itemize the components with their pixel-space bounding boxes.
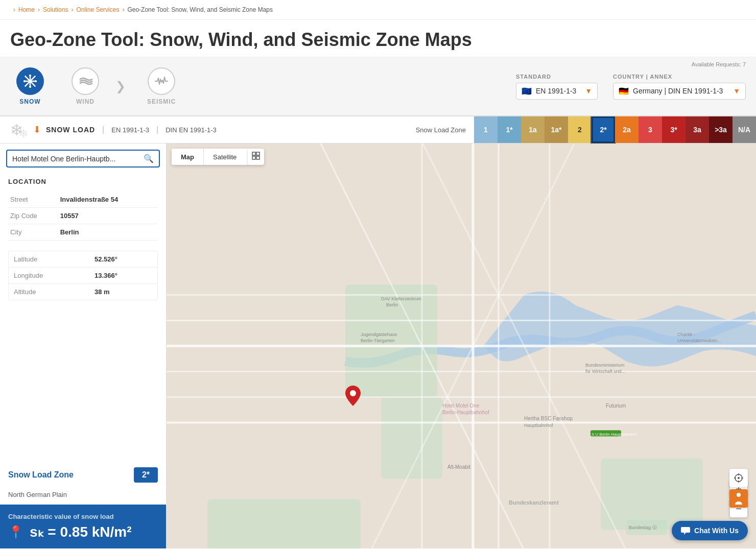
svg-point-57 bbox=[737, 493, 741, 497]
tab-snow[interactable]: SNOW bbox=[10, 63, 50, 109]
snow-tab-label: SNOW bbox=[19, 98, 40, 105]
svg-text:Charité -: Charité - bbox=[677, 332, 695, 337]
snow-load-card: Characteristic value of snow load 📍 sₖ =… bbox=[0, 505, 166, 548]
svg-text:S U Berlin Hauptbahnhof: S U Berlin Hauptbahnhof bbox=[592, 432, 637, 437]
svg-text:DAV Kletterzentrum: DAV Kletterzentrum bbox=[381, 296, 421, 301]
zone-bar-left: ❄ ❄ ⬇ SNOW LOAD | EN 1991-1-3 | DIN EN 1… bbox=[0, 119, 332, 140]
chat-button[interactable]: Chat With Us bbox=[672, 521, 748, 540]
zone-btn-1a[interactable]: 1a bbox=[521, 116, 545, 143]
breadcrumb-online-services[interactable]: Online Services bbox=[76, 6, 119, 13]
tab-seismic[interactable]: SEISMIC bbox=[141, 63, 182, 109]
zone-bar-snow-label: SNOW LOAD bbox=[46, 126, 95, 134]
svg-text:Berlin: Berlin bbox=[386, 302, 398, 307]
zone-bar-sep-2: | bbox=[156, 125, 158, 134]
standard-label: STANDARD bbox=[516, 74, 598, 80]
country-value: Germany | DIN EN 1991-1-3 bbox=[633, 87, 729, 95]
tool-arrow: ❯ bbox=[115, 79, 126, 93]
svg-rect-49 bbox=[252, 156, 255, 159]
snow-load-card-value: 📍 sₖ = 0.85 kN/m² bbox=[8, 523, 158, 540]
search-input[interactable] bbox=[12, 155, 139, 163]
tab-wind[interactable]: WIND bbox=[65, 63, 105, 109]
location-city-row: City Berlin bbox=[8, 224, 158, 241]
coords-box: Latitude 52.526° Longitude 13.366° Altit… bbox=[8, 251, 158, 300]
tool-selector-bar: SNOW WIND ❯ SEISMIC bbox=[0, 57, 756, 116]
lat-value: 52.526° bbox=[89, 251, 157, 268]
map-target-button[interactable] bbox=[729, 469, 748, 487]
svg-text:Bundesministerium: Bundesministerium bbox=[585, 363, 625, 368]
snowflake-decorative-2: ❄ bbox=[19, 127, 28, 140]
lon-row: Longitude 13.366° bbox=[9, 268, 157, 284]
map-tab-map[interactable]: Map bbox=[172, 149, 203, 165]
down-arrow-icon: ⬇ bbox=[33, 124, 41, 135]
country-dropdown-arrow: ▼ bbox=[733, 87, 740, 95]
country-selector-group: COUNTRY | ANNEX 🇩🇪 Germany | DIN EN 1991… bbox=[613, 74, 746, 100]
svg-text:Hauptbahnhof: Hauptbahnhof bbox=[524, 423, 553, 428]
standard-selector-group: STANDARD 🇪🇺 EN 1991-1-3 ▼ bbox=[516, 74, 598, 100]
svg-text:Berlin-Tiergarten: Berlin-Tiergarten bbox=[361, 338, 395, 343]
standard-value: EN 1991-1-3 bbox=[536, 87, 581, 95]
zone-btn-1[interactable]: 1 bbox=[474, 116, 498, 143]
zone-bar-sep-1: | bbox=[102, 125, 104, 134]
svg-rect-11 bbox=[381, 397, 442, 479]
svg-text:Berlin-Hauptbahnhof: Berlin-Hauptbahnhof bbox=[442, 410, 489, 415]
svg-point-7 bbox=[23, 80, 26, 82]
page-title-bar: Geo-Zone Tool: Snow, Wind, and Seismic Z… bbox=[0, 20, 756, 57]
alt-value: 38 m bbox=[89, 284, 157, 300]
city-label: City bbox=[8, 224, 58, 241]
map-pin bbox=[345, 386, 361, 408]
alt-row: Altitude 38 m bbox=[9, 284, 157, 300]
country-dropdown[interactable]: 🇩🇪 Germany | DIN EN 1991-1-3 ▼ bbox=[613, 83, 746, 100]
zone-btn-3s[interactable]: 3* bbox=[662, 116, 686, 143]
svg-text:Jugendgästehaus: Jugendgästehaus bbox=[361, 332, 397, 337]
map-background: Hotel Motel One Berlin-Hauptbahnhof Hert… bbox=[167, 144, 756, 548]
breadcrumb-arrow-0: › bbox=[13, 6, 15, 13]
breadcrumb-home[interactable]: Home bbox=[18, 6, 35, 13]
svg-point-8 bbox=[35, 80, 37, 82]
svg-point-6 bbox=[29, 86, 31, 88]
zone-btn-3[interactable]: 3 bbox=[639, 116, 662, 143]
lat-row: Latitude 52.526° bbox=[9, 251, 157, 268]
coords-table: Latitude 52.526° Longitude 13.366° Altit… bbox=[9, 251, 157, 300]
map-extra-button[interactable] bbox=[248, 149, 264, 165]
zone-bar-std1: EN 1991-1-3 bbox=[111, 126, 149, 134]
breadcrumb-arrow-3: › bbox=[122, 6, 124, 13]
city-value: Berlin bbox=[58, 224, 158, 241]
zone-btn-1as[interactable]: 1a* bbox=[545, 116, 568, 143]
map-tabs: Map Satellite bbox=[172, 149, 264, 165]
seismic-tab-icon bbox=[148, 67, 175, 95]
de-flag: 🇩🇪 bbox=[619, 86, 629, 96]
snow-zone-label: Snow Load Zone bbox=[8, 470, 74, 480]
svg-text:Hertha BSC Fanshop: Hertha BSC Fanshop bbox=[524, 416, 573, 421]
snow-zone-description: North German Plain bbox=[0, 491, 166, 505]
svg-text:für Wirtschaft und...: für Wirtschaft und... bbox=[585, 369, 625, 374]
zone-btn-na[interactable]: N/A bbox=[733, 116, 756, 143]
breadcrumb: › Home › Solutions › Online Services › G… bbox=[0, 0, 756, 20]
breadcrumb-solutions[interactable]: Solutions bbox=[43, 6, 68, 13]
location-section: LOCATION Street Invalidenstraße 54 Zip C… bbox=[0, 174, 166, 247]
zone-btn-2a[interactable]: 2a bbox=[615, 116, 639, 143]
svg-rect-13 bbox=[601, 459, 703, 530]
snow-value: sₖ = 0.85 kN/m² bbox=[30, 523, 132, 540]
street-label: Street bbox=[8, 192, 58, 208]
location-title: LOCATION bbox=[8, 178, 158, 185]
zone-btn-gt3a[interactable]: >3a bbox=[709, 116, 733, 143]
standard-dropdown[interactable]: 🇪🇺 EN 1991-1-3 ▼ bbox=[516, 83, 598, 100]
snow-zone-badge: 2* bbox=[134, 467, 158, 483]
map-area[interactable]: Hotel Motel One Berlin-Hauptbahnhof Hert… bbox=[167, 144, 756, 548]
svg-text:Bundestag ⓤ: Bundestag ⓤ bbox=[629, 525, 657, 530]
zone-bar-zones: Snow Load Zone 1 1* 1a 1a* 2 2* 2a 3 3* … bbox=[408, 116, 756, 143]
seismic-tab-label: SEISMIC bbox=[147, 98, 176, 105]
map-tab-satellite[interactable]: Satellite bbox=[204, 149, 246, 165]
zone-btn-2[interactable]: 2 bbox=[568, 116, 592, 143]
lon-value: 13.366° bbox=[89, 268, 157, 284]
street-view-button[interactable] bbox=[729, 489, 748, 508]
zone-btn-3a[interactable]: 3a bbox=[686, 116, 709, 143]
breadcrumb-arrow-1: › bbox=[38, 6, 40, 13]
wind-tab-icon bbox=[72, 67, 99, 95]
zone-btn-2s[interactable]: 2* bbox=[592, 116, 615, 143]
zone-btn-1s[interactable]: 1* bbox=[498, 116, 521, 143]
svg-text:Universitätsmedizin...: Universitätsmedizin... bbox=[677, 338, 721, 343]
standard-dropdown-arrow: ▼ bbox=[585, 87, 592, 95]
eu-flag: 🇪🇺 bbox=[522, 86, 532, 96]
lon-label: Longitude bbox=[9, 268, 89, 284]
